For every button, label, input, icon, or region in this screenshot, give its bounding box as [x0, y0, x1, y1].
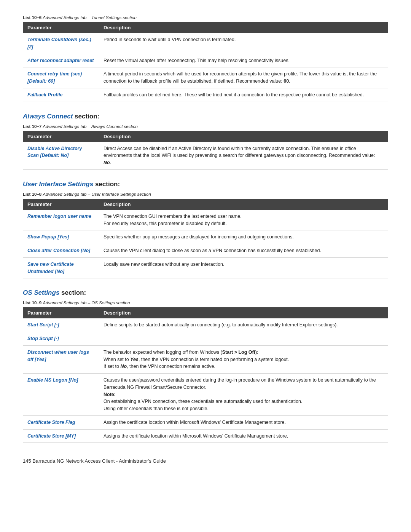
col-param-header: Parameter	[23, 131, 99, 142]
desc-cell: Fallback profiles can be defined here. T…	[99, 88, 388, 102]
param-cell: Enable MS Logon [No]	[23, 374, 99, 416]
desc-cell: Causes the user/password credentials ent…	[99, 374, 388, 416]
desc-cell: Assigns the certificate location within …	[99, 429, 388, 443]
desc-cell: Specifies whether pop up messages are di…	[99, 230, 388, 244]
param-cell: Fallback Profile	[23, 88, 99, 102]
table-row: Stop Script [-]	[23, 332, 388, 346]
table-row: Disconnect when user logs off [Yes] The …	[23, 345, 388, 373]
param-cell: Remember logon user name	[23, 210, 99, 230]
desc-cell: Causes the VPN client dialog to close as…	[99, 244, 388, 258]
always-connect-heading: Always Connect section:	[23, 113, 388, 120]
param-cell: Stop Script [-]	[23, 332, 99, 346]
param-cell: Close after Connection [No]	[23, 244, 99, 258]
desc-cell: Define scripts to be started automatical…	[99, 318, 388, 332]
param-cell: After reconnect adapter reset	[23, 54, 99, 67]
param-cell: Save new Certificate Unattended [No]	[23, 257, 99, 278]
col-desc-header: Description	[99, 131, 388, 142]
col-param-header: Parameter	[23, 22, 99, 33]
table-row: Show Popup [Yes] Specifies whether pop u…	[23, 230, 388, 244]
col-param-header: Parameter	[23, 307, 99, 318]
col-param-header: Parameter	[23, 199, 99, 210]
ui-settings-heading: User Interface Settings section:	[23, 181, 388, 188]
os-settings-table: Parameter Description Start Script [-] D…	[23, 307, 388, 443]
ui-settings-table: Parameter Description Remember logon use…	[23, 199, 388, 279]
param-cell: Connect retry time (sec) [Default: 60]	[23, 67, 99, 88]
caption-table3: List 10–8 Advanced Settings tab – User I…	[23, 192, 388, 197]
desc-cell: Locally save new certificates without an…	[99, 257, 388, 278]
table-row: Certificate Store [MY] Assigns the certi…	[23, 429, 388, 443]
param-cell: Start Script [-]	[23, 318, 99, 332]
tunnel-settings-table: Parameter Description Terminate Countdow…	[23, 22, 388, 102]
caption-table2: List 10–7 Advanced Settings tab – Always…	[23, 124, 388, 129]
param-cell: Disconnect when user logs off [Yes]	[23, 345, 99, 373]
param-cell: Disable Active Directory Scan [Default: …	[23, 142, 99, 170]
desc-cell: Assign the certificate location within M…	[99, 415, 388, 429]
table-row: After reconnect adapter reset Reset the …	[23, 54, 388, 67]
desc-cell: Period in seconds to wait until a VPN co…	[99, 33, 388, 54]
table-row: Start Script [-] Define scripts to be st…	[23, 318, 388, 332]
page-footer: 145 Barracuda NG Network Access Client -…	[23, 458, 388, 464]
param-cell: Show Popup [Yes]	[23, 230, 99, 244]
desc-cell	[99, 332, 388, 346]
param-cell: Certificate Store Flag	[23, 415, 99, 429]
table-row: Certificate Store Flag Assign the certif…	[23, 415, 388, 429]
desc-cell: The behavior expected when logging off f…	[99, 345, 388, 373]
table-row: Remember logon user name The VPN connect…	[23, 210, 388, 230]
desc-cell: Direct Access can be disabled if an Acti…	[99, 142, 388, 170]
col-desc-header: Description	[99, 307, 388, 318]
desc-cell: A timeout period in seconds which will b…	[99, 67, 388, 88]
table-row: Connect retry time (sec) [Default: 60] A…	[23, 67, 388, 88]
caption-table4: List 10–9 Advanced Settings tab – OS Set…	[23, 300, 388, 305]
col-desc-header: Description	[99, 22, 388, 33]
table-row: Terminate Countdown (sec.) [2] Period in…	[23, 33, 388, 54]
os-settings-heading: OS Settings section:	[23, 289, 388, 297]
desc-cell: Reset the virtual adapter after reconnec…	[99, 54, 388, 67]
table-row: Disable Active Directory Scan [Default: …	[23, 142, 388, 170]
table-row: Close after Connection [No] Causes the V…	[23, 244, 388, 258]
caption-table1: List 10–6 Advanced Settings tab – Tunnel…	[23, 15, 388, 20]
table-row: Fallback Profile Fallback profiles can b…	[23, 88, 388, 102]
always-connect-table: Parameter Description Disable Active Dir…	[23, 131, 388, 170]
table-row: Enable MS Logon [No] Causes the user/pas…	[23, 374, 388, 416]
param-cell: Terminate Countdown (sec.) [2]	[23, 33, 99, 54]
desc-cell: The VPN connection GUI remembers the las…	[99, 210, 388, 230]
param-cell: Certificate Store [MY]	[23, 429, 99, 443]
table-row: Save new Certificate Unattended [No] Loc…	[23, 257, 388, 278]
col-desc-header: Description	[99, 199, 388, 210]
